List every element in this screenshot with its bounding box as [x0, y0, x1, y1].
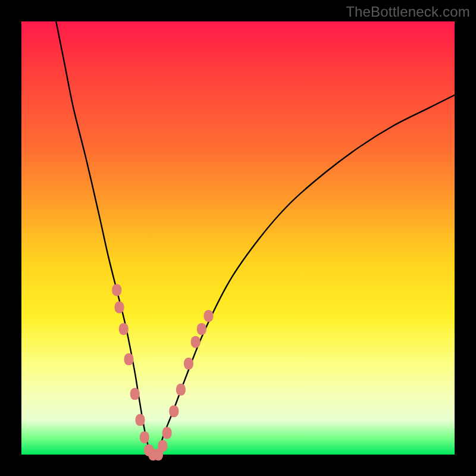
highlight-dot [140, 431, 149, 443]
highlight-dot [158, 440, 167, 452]
chart-frame: TheBottleneck.com [0, 0, 476, 476]
highlight-dot [184, 358, 193, 369]
highlight-dot [130, 388, 140, 400]
highlight-dot [162, 427, 172, 439]
highlight-dot [124, 353, 134, 365]
bottleneck-curve-svg [21, 21, 455, 455]
highlight-dot [169, 405, 178, 417]
highlight-dot [176, 384, 186, 396]
bottleneck-curve-path [56, 21, 455, 456]
highlight-dot [112, 284, 121, 296]
plot-area [21, 21, 455, 455]
watermark-text: TheBottleneck.com [346, 4, 470, 20]
highlight-dot [136, 414, 145, 426]
highlight-dot [115, 302, 124, 314]
highlight-dots-group [112, 284, 213, 461]
highlight-dot [119, 323, 129, 335]
highlight-dot [191, 336, 201, 348]
highlight-dot [204, 310, 214, 322]
highlight-dot [197, 323, 206, 335]
